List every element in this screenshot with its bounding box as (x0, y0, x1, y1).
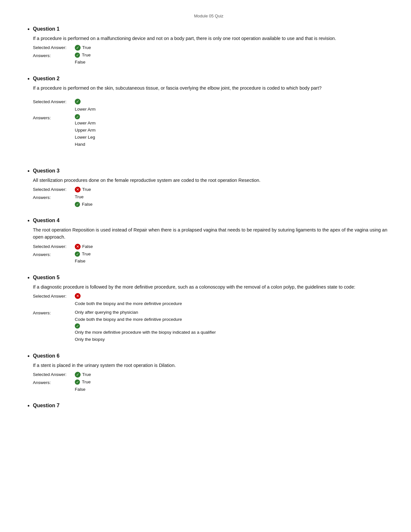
question-1-text: If a procedure is performed on a malfunc… (33, 35, 392, 42)
answers-options: ✓ True False (75, 251, 91, 265)
selected-answer-text: True (82, 371, 91, 378)
question-4-selected-answer: Selected Answer: ✕ False (33, 243, 392, 250)
question-3-title: Question 3 (33, 167, 392, 175)
question-5-answers: Answers: Only after querying the physici… (33, 309, 392, 343)
question-item-7: Question 7 (33, 402, 392, 409)
question-item-5: Question 5 If a diagnostic procedure is … (33, 274, 392, 343)
question-4-title: Question 4 (33, 217, 392, 224)
answer-text: False (75, 258, 85, 264)
question-2-selected-answer: Selected Answer: ✓ (33, 99, 392, 105)
question-item-6: Question 6 If a stent is placed in the u… (33, 352, 392, 393)
question-5-text: If a diagnostic procedure is followed by… (33, 283, 392, 291)
answer-text: False (82, 201, 93, 208)
answer-text: Only the more definitive procedure with … (75, 329, 216, 336)
selected-answer-label: Selected Answer: (33, 293, 75, 300)
question-6-text: If a stent is placed in the urinary syst… (33, 362, 392, 369)
answer-text: True (82, 379, 91, 385)
question-6-selected-answer: Selected Answer: ✓ True (33, 371, 392, 378)
selected-answer-text: False (82, 243, 93, 250)
selected-answer-label: Selected Answer: (33, 371, 75, 378)
answers-options: ✓ True False (75, 52, 91, 66)
question-6-answers: Answers: ✓ True False (33, 379, 392, 393)
correct-icon: ✓ (75, 251, 80, 257)
answers-label: Answers: (33, 251, 75, 258)
question-6-title: Question 6 (33, 352, 392, 360)
correct-icon: ✓ (75, 323, 80, 329)
correct-icon: ✓ (75, 99, 81, 104)
question-1-selected-answer: Selected Answer: ✓ True (33, 44, 392, 51)
incorrect-icon: ✕ (75, 187, 81, 192)
answers-options: True ✓ False (75, 194, 93, 208)
selected-answer-value: ✕ False (75, 243, 93, 250)
answer-text: True (82, 251, 91, 257)
answer-text: Only the biopsy (75, 336, 105, 343)
question-1-answers: Answers: ✓ True False (33, 52, 392, 66)
selected-answer-label: Selected Answer: (33, 44, 75, 51)
answer-text: Lower Arm (75, 120, 96, 126)
question-5-title: Question 5 (33, 274, 392, 281)
answers-options: ✓ Lower Arm Upper Arm Lower Leg Hand (75, 114, 96, 148)
selected-answer-value: ✕ True (75, 186, 91, 193)
question-3-answers: Answers: True ✓ False (33, 194, 392, 208)
answer-text: Lower Leg (75, 134, 95, 141)
answer-option: False (75, 386, 91, 393)
correct-icon: ✓ (75, 379, 80, 385)
answer-option: True (75, 194, 93, 200)
question-7-title: Question 7 (33, 402, 392, 409)
question-2-answers: Answers: ✓ Lower Arm Upper Arm Lower Leg… (33, 114, 392, 148)
incorrect-icon: ✕ (75, 293, 81, 299)
answer-option: Hand (75, 141, 96, 148)
question-4-answers: Answers: ✓ True False (33, 251, 392, 265)
correct-icon: ✓ (75, 114, 80, 119)
question-list: Question 1 If a procedure is performed o… (26, 25, 392, 409)
question-1-title: Question 1 (33, 25, 392, 33)
incorrect-icon: ✕ (75, 244, 81, 250)
selected-answer-text: True (82, 44, 91, 51)
selected-extra-q5: Code both the biopsy and the more defini… (33, 300, 392, 307)
answers-options: Only after querying the physician Code b… (75, 309, 216, 343)
answer-option: Only the more definitive procedure with … (75, 329, 216, 336)
selected-extra: Lower Arm (33, 106, 392, 113)
selected-answer-label: Selected Answer: (33, 99, 75, 105)
question-item-2: Question 2 If a procedure is performed o… (33, 75, 392, 158)
question-4-text: The root operation Reposition is used in… (33, 226, 392, 241)
question-item-4: Question 4 The root operation Reposition… (33, 217, 392, 265)
answer-text: Only after querying the physician (75, 309, 138, 316)
question-5-selected-answer: Selected Answer: ✕ (33, 293, 392, 300)
question-item-1: Question 1 If a procedure is performed o… (33, 25, 392, 66)
selected-answer-text: True (82, 186, 91, 193)
answer-option: Lower Arm (75, 120, 96, 126)
correct-icon: ✓ (75, 53, 80, 58)
answers-label: Answers: (33, 114, 75, 121)
answer-text: False (75, 59, 85, 65)
answer-option: ✓ True (75, 379, 91, 385)
question-item-3: Question 3 All sterilization procedures … (33, 167, 392, 208)
answer-text: Code both the biopsy and the more defini… (75, 316, 182, 323)
correct-icon: ✓ (75, 372, 81, 378)
answer-text: False (75, 386, 85, 393)
answers-label: Answers: (33, 379, 75, 386)
answer-option: False (75, 59, 91, 65)
selected-answer-value: ✓ True (75, 44, 91, 51)
answers-label: Answers: (33, 52, 75, 59)
answer-option: ✓ True (75, 251, 91, 257)
answer-option: Code both the biopsy and the more defini… (75, 316, 216, 323)
question-2-title: Question 2 (33, 75, 392, 83)
answer-text: True (82, 52, 91, 58)
selected-answer-value: ✕ (75, 293, 81, 299)
correct-icon: ✓ (75, 202, 80, 207)
question-3-selected-answer: Selected Answer: ✕ True (33, 186, 392, 193)
selected-answer-value: ✓ (75, 99, 81, 104)
answers-label: Answers: (33, 309, 75, 316)
answer-option: ✓ True (75, 52, 91, 58)
answer-text: Upper Arm (75, 127, 96, 133)
answers-label: Answers: (33, 194, 75, 201)
answer-option: ✓ (75, 323, 216, 329)
answer-option: Upper Arm (75, 127, 96, 133)
selected-answer-label: Selected Answer: (33, 243, 75, 250)
question-2-text: If a procedure is performed on the skin,… (33, 84, 392, 92)
answer-option: ✓ False (75, 201, 93, 208)
answer-option: Only after querying the physician (75, 309, 216, 316)
question-3-text: All sterilization procedures done on the… (33, 177, 392, 184)
answers-options: ✓ True False (75, 379, 91, 393)
